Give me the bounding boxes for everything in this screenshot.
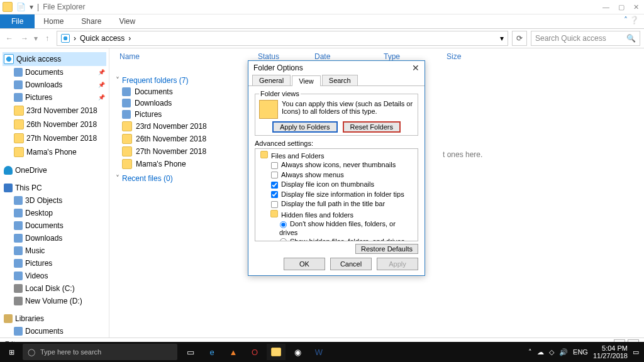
crumb-root[interactable]: Quick access (80, 34, 125, 43)
edge-icon[interactable]: e (203, 344, 221, 360)
sidebar-libraries[interactable]: Libraries (3, 312, 106, 325)
tree-item[interactable]: Display the full path in the title bar (258, 199, 415, 209)
qat-save-icon[interactable]: 📄 (16, 3, 26, 11)
sidebar-item[interactable]: 3D Objects (3, 194, 106, 207)
sidebar-item-label: Local Disk (C:) (25, 284, 75, 293)
tree-item[interactable]: Show hidden files, folders, and drives (258, 237, 415, 241)
ribbon-expand-icon[interactable]: ˄ ❔ (619, 14, 644, 28)
search-box[interactable]: Search Quick access 🔍 (531, 31, 640, 46)
nav-history-dropdown[interactable]: ▾ (34, 34, 38, 43)
sidebar-item[interactable]: Desktop (3, 207, 106, 219)
sidebar-item[interactable]: 26th November 2018 (3, 118, 106, 131)
checkbox[interactable] (271, 182, 278, 189)
sidebar-item[interactable]: Documents📌 (3, 66, 106, 79)
cancel-button[interactable]: Cancel (330, 258, 372, 270)
tree-hidden-root[interactable]: Hidden files and folders (258, 209, 415, 219)
taskbar-search[interactable]: ◯ Type here to search (23, 344, 177, 360)
window-close[interactable]: ✕ (633, 3, 639, 11)
sidebar-item[interactable]: Videos (3, 270, 106, 282)
tray-onedrive-icon[interactable]: ☁ (537, 348, 544, 356)
taskbar-apps: ▭ e ▲ O ◉ W (181, 344, 328, 360)
sidebar-item[interactable]: Music (3, 244, 106, 257)
sidebar-quick-access[interactable]: Quick access (3, 52, 106, 66)
sidebar-item[interactable]: Pictures📌 (3, 91, 106, 104)
tray-lang[interactable]: ENG (573, 348, 588, 356)
app-icon (3, 2, 13, 12)
hint-text: t ones here. (430, 150, 482, 159)
apply-to-folders-button[interactable]: Apply to Folders (272, 121, 337, 133)
apply-button[interactable]: Apply (377, 258, 418, 270)
taskbar[interactable]: ⊞ ◯ Type here to search ▭ e ▲ O ◉ W ˄ ☁ … (0, 342, 644, 362)
dialog-close[interactable]: ✕ (412, 63, 419, 73)
radio[interactable] (280, 221, 287, 228)
reset-folders-button[interactable]: Reset Folders (343, 121, 401, 133)
col-name[interactable]: Name (119, 52, 233, 70)
tab-search[interactable]: Search (322, 75, 358, 85)
checkbox[interactable] (271, 172, 278, 178)
vlc-icon[interactable]: ▲ (224, 344, 243, 360)
system-tray[interactable]: ˄ ☁ ◇ 🔊 ENG 5:04 PM 11/27/2018 ▭ (528, 344, 644, 359)
nav-forward[interactable]: → (19, 34, 30, 43)
qat-dropdown[interactable]: ▾ (30, 3, 33, 11)
ribbon-tab-share[interactable]: Share (72, 14, 110, 28)
action-center-icon[interactable]: ▭ (633, 348, 639, 356)
nav-refresh[interactable]: ⟳ (512, 31, 527, 46)
task-view-icon[interactable]: ▭ (181, 344, 200, 360)
sidebar-onedrive[interactable]: OneDrive (3, 164, 106, 177)
downloads-icon (122, 99, 131, 107)
sidebar-item[interactable]: Downloads (3, 232, 106, 244)
sidebar-item[interactable]: Documents (3, 219, 106, 232)
nav-pane[interactable]: Quick access Documents📌 Downloads📌 Pictu… (0, 48, 109, 337)
nav-up[interactable]: ↑ (42, 34, 53, 43)
tray-up-icon[interactable]: ˄ (528, 348, 532, 356)
sidebar-item[interactable]: Pictures (3, 257, 106, 270)
item-label: Downloads (135, 99, 172, 107)
start-button[interactable]: ⊞ (0, 348, 23, 356)
tree-item[interactable]: Always show menus (258, 170, 415, 180)
sidebar-item[interactable]: Downloads📌 (3, 79, 106, 91)
explorer-icon[interactable] (267, 344, 286, 360)
tree-root[interactable]: Files and Folders (258, 150, 415, 160)
ribbon-tab-home[interactable]: Home (35, 14, 72, 28)
word-icon[interactable]: W (309, 344, 328, 360)
tab-general[interactable]: General (252, 75, 291, 85)
sidebar-item[interactable]: Local Disk (C:) (3, 282, 106, 295)
sidebar-item[interactable]: Documents (3, 325, 106, 337)
advanced-settings-tree[interactable]: Files and Folders Always show icons, nev… (255, 148, 418, 241)
sidebar-item-label: Mama's Phone (26, 148, 77, 156)
crumb-dropdown[interactable]: ▾ (500, 34, 504, 43)
window-maximize[interactable]: ▢ (618, 3, 625, 11)
checkbox[interactable] (271, 201, 278, 208)
sidebar-this-pc[interactable]: This PC (3, 182, 106, 194)
checkbox[interactable] (271, 191, 278, 198)
section-label: Frequent folders (7) (122, 76, 188, 85)
dialog-titlebar[interactable]: Folder Options ✕ (248, 61, 425, 75)
tree-item[interactable]: Don't show hidden files, folders, or dri… (258, 219, 415, 237)
ribbon-file[interactable]: File (0, 14, 35, 28)
breadcrumb[interactable]: › Quick access › ▾ (57, 31, 508, 46)
ok-button[interactable]: OK (284, 258, 325, 270)
ribbon-tab-view[interactable]: View (110, 14, 144, 28)
restore-defaults-button[interactable]: Restore Defaults (355, 244, 418, 254)
sidebar-item[interactable]: 23rd November 2018 (3, 104, 106, 118)
window-minimize[interactable]: — (602, 3, 609, 11)
nav-back[interactable]: ← (4, 34, 15, 43)
sidebar-item[interactable]: Mama's Phone (3, 145, 106, 159)
pin-icon: 📌 (98, 82, 105, 88)
taskbar-clock[interactable]: 5:04 PM 11/27/2018 (593, 344, 628, 359)
opera-icon[interactable]: O (245, 344, 264, 360)
checkbox[interactable] (271, 162, 278, 169)
chrome-icon[interactable]: ◉ (288, 344, 307, 360)
item-label: 26th November 2018 (136, 134, 206, 143)
sidebar-item[interactable]: New Volume (D:) (3, 295, 106, 307)
tray-volume-icon[interactable]: 🔊 (559, 348, 568, 356)
tree-item[interactable]: Always show icons, never thumbnails (258, 160, 415, 170)
tree-item[interactable]: Display file size information in folder … (258, 190, 415, 200)
sidebar-item[interactable]: 27th November 2018 (3, 131, 106, 145)
tree-item[interactable]: Display file icon on thumbnails (258, 180, 415, 190)
sidebar-label: Quick access (16, 55, 61, 63)
tab-view[interactable]: View (292, 75, 321, 86)
sidebar-item-label: 23rd November 2018 (26, 106, 97, 115)
col-size[interactable]: Size (447, 52, 478, 70)
tray-network-icon[interactable]: ◇ (549, 348, 554, 356)
